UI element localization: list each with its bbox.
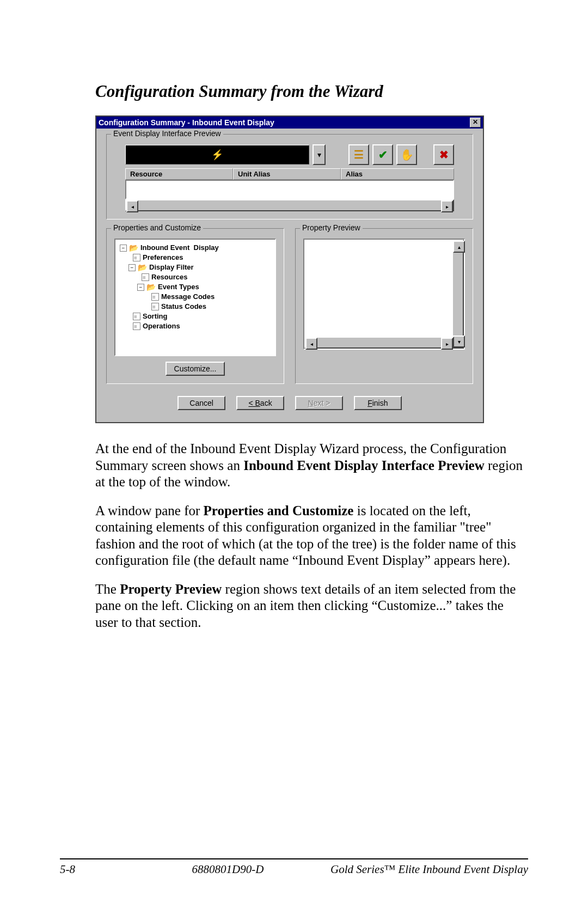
tree-operations[interactable]: Operations xyxy=(120,321,271,331)
properties-legend: Properties and Customize xyxy=(111,223,203,232)
delete-icon[interactable]: ✖ xyxy=(433,144,454,165)
property-preview-pane: ▴ ▾ ◂ ▸ xyxy=(303,239,465,350)
scroll-left-icon[interactable]: ◂ xyxy=(305,338,317,350)
bolt-icon: ⚡ xyxy=(211,149,223,161)
body-text: At the end of the Inbound Event Display … xyxy=(95,441,528,631)
page-footer: 5-8 6880801D90-D Gold Series™ Elite Inbo… xyxy=(60,858,528,876)
finish-button[interactable]: Finish xyxy=(354,396,402,410)
doc-icon xyxy=(133,254,140,261)
preview-legend: Event Display Interface Preview xyxy=(111,129,223,138)
preview-table-body xyxy=(125,180,454,199)
page-number: 5-8 xyxy=(60,863,125,876)
scroll-right-icon[interactable]: ▸ xyxy=(441,200,453,212)
scroll-down-icon[interactable]: ▾ xyxy=(453,335,465,347)
doc-number: 6880801D90-D xyxy=(192,863,264,876)
scroll-right-icon[interactable]: ▸ xyxy=(441,338,453,350)
property-preview-group: Property Preview ▴ ▾ ◂ ▸ xyxy=(295,228,473,384)
col-alias[interactable]: Alias xyxy=(341,168,454,180)
next-button: Next > xyxy=(295,396,343,410)
config-summary-dialog: Configuration Summary - Inbound Event Di… xyxy=(95,115,484,423)
title-bar: Configuration Summary - Inbound Event Di… xyxy=(96,117,483,129)
doc-icon xyxy=(133,322,140,330)
doc-icon xyxy=(151,303,159,310)
properties-tree[interactable]: −📂Inbound Event Display Preferences −📂Di… xyxy=(114,239,276,356)
preview-table-header: Resource Unit Alias Alias xyxy=(125,168,454,180)
col-resource[interactable]: Resource xyxy=(125,168,233,180)
customize-button[interactable]: Customize... xyxy=(166,362,225,376)
event-combo[interactable]: ⚡ xyxy=(125,145,309,164)
cancel-button[interactable]: Cancel xyxy=(177,396,225,410)
tree-resources[interactable]: Resources xyxy=(120,272,271,282)
folder-open-icon: 📂 xyxy=(138,263,147,272)
preview-hscroll2[interactable]: ◂ ▸ xyxy=(304,337,454,349)
property-preview-legend: Property Preview xyxy=(300,223,363,232)
close-icon[interactable]: ✕ xyxy=(470,118,481,127)
hand-icon[interactable]: ✋ xyxy=(396,144,417,165)
properties-group: Properties and Customize −📂Inbound Event… xyxy=(106,228,284,384)
preview-vscroll[interactable]: ▴ ▾ xyxy=(452,240,464,349)
tree-event-types[interactable]: −📂Event Types xyxy=(120,282,271,292)
tree-display-filter[interactable]: −📂Display Filter xyxy=(120,263,271,272)
tree-message-codes[interactable]: Message Codes xyxy=(120,292,271,302)
tree-status-codes[interactable]: Status Codes xyxy=(120,302,271,312)
folder-open-icon: 📂 xyxy=(129,243,138,253)
section-heading: Configuration Summary from the Wizard xyxy=(95,82,528,101)
folder-open-icon: 📂 xyxy=(146,282,156,292)
tree-sorting[interactable]: Sorting xyxy=(120,312,271,321)
interface-preview-group: Event Display Interface Preview ⚡ ▾ ☰ ✔ … xyxy=(106,134,473,219)
wizard-button-row: Cancel < Back Next > Finish xyxy=(106,384,473,413)
doc-icon xyxy=(142,273,149,281)
tree-root[interactable]: −📂Inbound Event Display xyxy=(120,243,271,253)
product-name: Gold Series™ Elite Inbound Event Display xyxy=(330,863,528,876)
scroll-up-icon[interactable]: ▴ xyxy=(453,241,465,253)
col-unit-alias[interactable]: Unit Alias xyxy=(233,168,341,180)
preview-hscroll[interactable]: ◂ ▸ xyxy=(125,199,454,211)
back-button[interactable]: < Back xyxy=(236,396,284,410)
window-title: Configuration Summary - Inbound Event Di… xyxy=(99,118,274,127)
tree-preferences[interactable]: Preferences xyxy=(120,253,271,263)
list-icon[interactable]: ☰ xyxy=(348,144,369,165)
check-icon[interactable]: ✔ xyxy=(372,144,393,165)
scroll-left-icon[interactable]: ◂ xyxy=(126,200,138,212)
doc-icon xyxy=(151,293,159,301)
doc-icon xyxy=(133,313,140,320)
combo-dropdown-button[interactable]: ▾ xyxy=(313,144,326,165)
